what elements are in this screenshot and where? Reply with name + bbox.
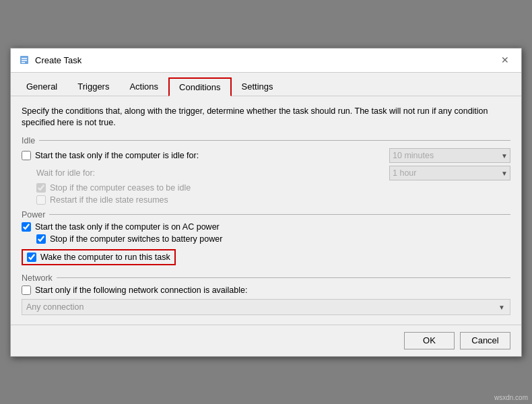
network-checkbox-label[interactable]: Start only if the following network conn…: [22, 285, 247, 295]
any-connection-wrapper: Any connection ▼: [22, 299, 510, 315]
stop-idle-row: Stop if the computer ceases to be idle: [36, 183, 510, 193]
idle-section-label: Idle: [22, 136, 510, 145]
wake-row: Wake the computer to run this task: [22, 246, 510, 268]
start-idle-checkbox[interactable]: [22, 151, 31, 160]
tab-conditions[interactable]: Conditions: [168, 77, 231, 96]
tab-triggers[interactable]: Triggers: [67, 77, 119, 96]
svg-rect-2: [22, 60, 27, 61]
network-section-label: Network: [22, 273, 510, 283]
tab-bar: General Triggers Actions Conditions Sett…: [11, 73, 521, 96]
wake-highlight-box: Wake the computer to run this task: [22, 249, 176, 265]
stop-idle-checkbox[interactable]: [36, 183, 46, 193]
wait-idle-dropdown-wrapper: 1 hour ▼: [389, 166, 510, 180]
battery-checkbox-label[interactable]: Stop if the computer switches to battery…: [36, 234, 222, 244]
restart-idle-checkbox[interactable]: [36, 195, 46, 205]
ok-button[interactable]: OK: [404, 332, 455, 349]
tab-general[interactable]: General: [16, 77, 67, 96]
dialog-window: Create Task ✕ General Triggers Actions C…: [10, 48, 522, 357]
battery-checkbox[interactable]: [36, 234, 46, 244]
restart-idle-checkbox-label[interactable]: Restart if the idle state resumes: [36, 195, 168, 205]
title-bar-left: Create Task: [19, 55, 81, 65]
wait-idle-row: Wait for idle for: 1 hour ▼: [36, 166, 510, 180]
tab-actions[interactable]: Actions: [119, 77, 168, 96]
task-icon: [19, 55, 30, 65]
start-idle-dropdown[interactable]: 10 minutes: [389, 148, 510, 163]
ac-power-row: Start the task only if the computer is o…: [22, 222, 510, 232]
title-bar: Create Task ✕: [11, 48, 521, 73]
wake-checkbox[interactable]: [27, 252, 36, 262]
ac-power-checkbox[interactable]: [22, 222, 31, 232]
dialog-footer: OK Cancel: [11, 325, 521, 356]
restart-idle-row: Restart if the idle state resumes: [36, 195, 510, 205]
network-checkbox[interactable]: [22, 285, 31, 295]
tab-settings[interactable]: Settings: [232, 77, 284, 96]
any-connection-dropdown-wrapper: Any connection ▼: [22, 299, 510, 315]
wait-idle-dropdown[interactable]: 1 hour: [389, 166, 510, 180]
ac-power-checkbox-label[interactable]: Start the task only if the computer is o…: [22, 222, 220, 232]
start-idle-checkbox-label[interactable]: Start the task only if the computer is i…: [22, 151, 199, 160]
power-section-label: Power: [22, 210, 510, 220]
battery-row: Stop if the computer switches to battery…: [36, 234, 510, 244]
network-row: Start only if the following network conn…: [22, 285, 510, 295]
close-button[interactable]: ✕: [497, 52, 513, 68]
stop-idle-checkbox-label[interactable]: Stop if the computer ceases to be idle: [36, 183, 191, 193]
svg-rect-1: [22, 58, 27, 59]
svg-rect-3: [22, 62, 25, 63]
any-connection-dropdown[interactable]: Any connection: [22, 299, 510, 315]
wait-idle-label: Wait for idle for:: [36, 168, 117, 178]
content-area: Specify the conditions that, along with …: [11, 96, 521, 325]
start-idle-dropdown-wrapper: 10 minutes ▼: [389, 148, 510, 163]
wake-checkbox-label[interactable]: Wake the computer to run this task: [27, 252, 170, 262]
dialog-title: Create Task: [35, 55, 81, 65]
watermark: wsxdn.com: [494, 394, 528, 401]
start-idle-row: Start the task only if the computer is i…: [22, 148, 510, 163]
cancel-button[interactable]: Cancel: [460, 332, 510, 349]
description-text: Specify the conditions that, along with …: [22, 106, 510, 129]
